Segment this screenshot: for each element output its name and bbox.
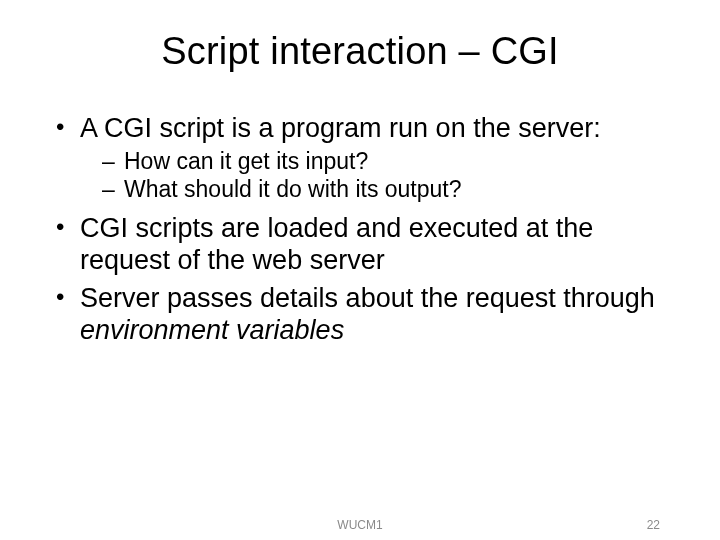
sub-bullet-list: How can it get its input? What should it… (80, 147, 670, 203)
bullet-item: CGI scripts are loaded and executed at t… (50, 213, 670, 277)
page-number: 22 (647, 518, 660, 532)
sub-bullet-item: How can it get its input? (102, 147, 670, 175)
slide: Script interaction – CGI A CGI script is… (0, 0, 720, 540)
bullet-list: A CGI script is a program run on the ser… (50, 113, 670, 346)
bullet-item: A CGI script is a program run on the ser… (50, 113, 670, 203)
slide-title: Script interaction – CGI (50, 30, 670, 73)
slide-content: A CGI script is a program run on the ser… (50, 113, 670, 346)
bullet-text-emphasis: environment variables (80, 315, 344, 345)
sub-bullet-item: What should it do with its output? (102, 175, 670, 203)
bullet-text-pre: Server passes details about the request … (80, 283, 655, 313)
footer-label: WUCM1 (0, 518, 720, 532)
bullet-text: A CGI script is a program run on the ser… (80, 113, 601, 143)
bullet-item: Server passes details about the request … (50, 283, 670, 347)
